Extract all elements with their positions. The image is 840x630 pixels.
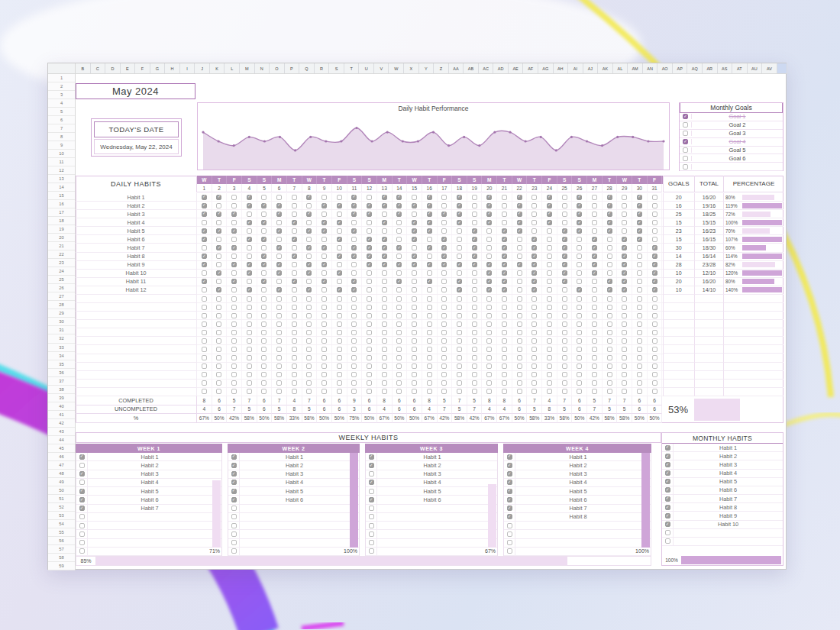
checkbox[interactable]: [547, 228, 552, 234]
column-header-AV[interactable]: AV: [762, 63, 777, 73]
checkbox-checked[interactable]: ✓: [472, 262, 477, 267]
checkbox-checked[interactable]: ✓: [592, 262, 597, 267]
checkbox[interactable]: [202, 245, 207, 250]
checkbox[interactable]: [306, 380, 312, 386]
checkbox[interactable]: [216, 296, 221, 302]
checkbox[interactable]: [652, 313, 657, 318]
checkbox[interactable]: [652, 212, 657, 217]
row-header-42[interactable]: 42: [48, 419, 75, 428]
checkbox[interactable]: [396, 330, 402, 335]
checkbox[interactable]: [247, 389, 252, 394]
checkbox[interactable]: [321, 330, 327, 335]
checkbox[interactable]: [247, 212, 252, 217]
checkbox[interactable]: [292, 321, 297, 327]
checkbox[interactable]: [472, 296, 477, 302]
checkbox[interactable]: [486, 237, 492, 242]
column-header-AP[interactable]: AP: [673, 63, 688, 73]
checkbox-checked[interactable]: ✓: [652, 270, 657, 276]
checkbox[interactable]: [412, 296, 417, 302]
checkbox[interactable]: [216, 363, 221, 369]
checkbox[interactable]: [351, 321, 357, 327]
checkbox[interactable]: [592, 228, 597, 234]
column-header-AE[interactable]: AE: [509, 63, 524, 73]
checkbox[interactable]: [562, 347, 567, 352]
checkbox[interactable]: [231, 321, 237, 327]
checkbox[interactable]: [502, 355, 507, 360]
checkbox[interactable]: [261, 212, 267, 217]
checkbox-checked[interactable]: ✓: [562, 237, 567, 242]
checkbox[interactable]: [531, 296, 537, 302]
checkbox-checked[interactable]: ✓: [306, 287, 312, 292]
checkbox[interactable]: [457, 347, 462, 352]
checkbox[interactable]: [517, 279, 522, 284]
checkbox-checked[interactable]: ✓: [607, 195, 612, 200]
checkbox[interactable]: [577, 380, 582, 386]
row-header-44[interactable]: 44: [48, 436, 75, 444]
checkbox[interactable]: [517, 330, 522, 335]
checkbox[interactable]: [577, 355, 582, 360]
checkbox-checked[interactable]: ✓: [276, 287, 282, 292]
checkbox[interactable]: [592, 338, 597, 344]
checkbox-checked[interactable]: ✓: [427, 212, 432, 217]
checkbox-checked[interactable]: ✓: [412, 228, 417, 234]
checkbox[interactable]: [427, 270, 432, 276]
checkbox[interactable]: [367, 363, 372, 369]
column-header-AB[interactable]: AB: [464, 63, 479, 73]
checkbox[interactable]: [367, 355, 372, 360]
checkbox-checked[interactable]: ✓: [216, 287, 221, 292]
checkbox[interactable]: [607, 313, 612, 318]
checkbox-checked[interactable]: ✓: [367, 237, 372, 242]
checkbox[interactable]: [517, 245, 522, 250]
checkbox-checked[interactable]: ✓: [457, 203, 462, 208]
checkbox[interactable]: [577, 389, 582, 394]
checkbox-checked[interactable]: ✓: [337, 220, 342, 225]
checkbox[interactable]: [321, 363, 327, 369]
checkbox[interactable]: [507, 540, 512, 545]
checkbox-checked[interactable]: ✓: [306, 228, 312, 234]
checkbox[interactable]: [502, 313, 507, 318]
checkbox[interactable]: [261, 296, 267, 302]
checkbox[interactable]: [337, 372, 342, 377]
column-header-AG[interactable]: AG: [538, 63, 554, 73]
checkbox[interactable]: [577, 338, 582, 344]
column-header-AN[interactable]: AN: [643, 63, 658, 73]
checkbox-checked[interactable]: ✓: [412, 203, 417, 208]
checkbox[interactable]: [517, 237, 522, 242]
checkbox[interactable]: [412, 380, 417, 386]
checkbox[interactable]: [367, 313, 372, 318]
checkbox-checked[interactable]: ✓: [337, 270, 342, 276]
checkbox[interactable]: [337, 380, 342, 386]
checkbox[interactable]: [427, 313, 432, 318]
column-header-AM[interactable]: AM: [628, 63, 643, 73]
checkbox[interactable]: [79, 523, 85, 528]
checkbox[interactable]: [292, 363, 297, 369]
checkbox[interactable]: [216, 321, 221, 327]
checkbox[interactable]: [622, 313, 627, 318]
checkbox-checked[interactable]: ✓: [683, 139, 688, 144]
row-header-54[interactable]: 54: [48, 520, 75, 528]
checkbox-checked[interactable]: ✓: [216, 228, 221, 234]
checkbox-checked[interactable]: ✓: [306, 270, 312, 276]
checkbox[interactable]: [517, 363, 522, 369]
row-header-27[interactable]: 27: [48, 292, 75, 301]
checkbox[interactable]: [292, 330, 297, 335]
checkbox[interactable]: [547, 372, 552, 377]
checkbox[interactable]: [231, 380, 237, 386]
checkbox[interactable]: [261, 287, 267, 292]
checkbox[interactable]: [292, 389, 297, 394]
checkbox[interactable]: [637, 380, 642, 386]
checkbox-checked[interactable]: ✓: [562, 279, 567, 284]
checkbox[interactable]: [337, 347, 342, 352]
checkbox[interactable]: [607, 380, 612, 386]
row-header-6[interactable]: 6: [48, 116, 75, 124]
checkbox[interactable]: [292, 212, 297, 217]
checkbox[interactable]: [441, 321, 447, 327]
checkbox[interactable]: [592, 287, 597, 292]
row-header-20[interactable]: 20: [48, 234, 75, 242]
checkbox[interactable]: [427, 355, 432, 360]
checkbox-checked[interactable]: ✓: [202, 254, 207, 259]
checkbox[interactable]: [562, 330, 567, 335]
checkbox-checked[interactable]: ✓: [652, 279, 657, 284]
checkbox[interactable]: [607, 355, 612, 360]
checkbox[interactable]: [351, 347, 357, 352]
